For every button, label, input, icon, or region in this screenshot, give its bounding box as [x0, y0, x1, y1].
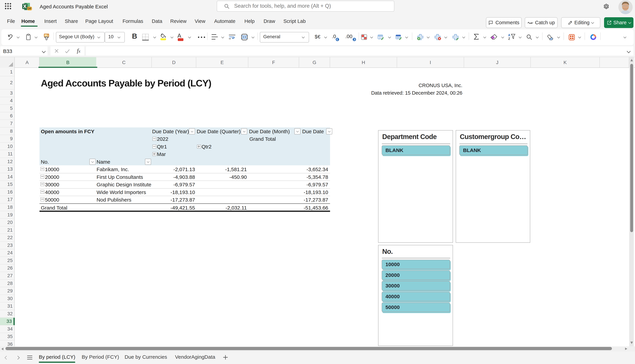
svg-text:Z: Z: [508, 37, 510, 40]
svg-text:DF: DF: [28, 7, 32, 10]
svg-text:X: X: [23, 4, 27, 9]
svg-text:A: A: [508, 34, 510, 37]
